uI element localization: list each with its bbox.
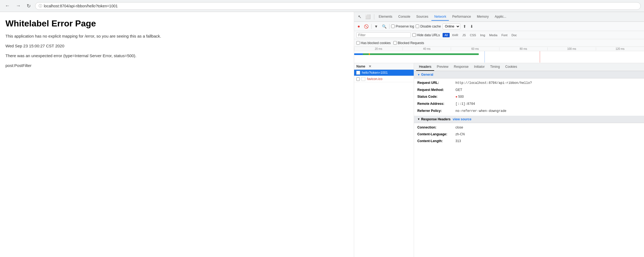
detail-tab-initiator[interactable]: Initiator xyxy=(471,63,487,71)
filter-all[interactable]: All xyxy=(443,33,450,37)
item-checkbox-favicon[interactable] xyxy=(356,77,360,81)
response-headers-arrow-icon: ▼ xyxy=(417,118,420,121)
filter-doc[interactable]: Doc xyxy=(510,33,519,37)
devtools-toolbar: ● 🚫 ▼ 🔍 Preserve log Disable cache Onlin… xyxy=(354,22,644,31)
devtools-body: Name ✕ hello?token=1001 favicon.ico xyxy=(354,63,644,257)
forward-button[interactable]: → xyxy=(14,2,22,9)
blocked-requests-checkbox[interactable] xyxy=(393,41,397,45)
network-list-header-label: Name xyxy=(356,65,365,68)
detail-tab-preview[interactable]: Preview xyxy=(434,63,451,71)
item-icon-hello xyxy=(356,71,360,75)
detail-tab-cookies[interactable]: Cookies xyxy=(502,63,520,71)
filter-button[interactable]: ▼ xyxy=(373,24,379,29)
timeline-vline-blue xyxy=(484,51,485,63)
timeline-bar-orange xyxy=(369,53,370,55)
general-arrow-icon: ▼ xyxy=(417,73,420,76)
upload-icon[interactable]: ⬆ xyxy=(462,24,467,29)
disable-cache-checkbox[interactable] xyxy=(416,25,419,28)
filter-css[interactable]: CSS xyxy=(468,33,478,37)
network-list: Name ✕ hello?token=1001 favicon.ico xyxy=(354,63,414,257)
content-length-key: Content-Length: xyxy=(417,139,455,144)
detail-tab-timing[interactable]: Timing xyxy=(487,63,503,71)
device-icon[interactable]: ⬜ xyxy=(364,13,372,20)
tab-application[interactable]: Applic... xyxy=(492,13,509,21)
content-language-row: Content-Language: zh-CN xyxy=(417,131,641,138)
content-language-key: Content-Language: xyxy=(417,132,455,137)
close-panel-button[interactable]: ✕ xyxy=(369,64,372,68)
preserve-log-checkbox[interactable] xyxy=(391,25,395,28)
disable-cache-label[interactable]: Disable cache xyxy=(416,25,441,28)
blocked-requests-text: Blocked Requests xyxy=(398,41,424,45)
back-button[interactable]: ← xyxy=(3,2,11,9)
network-item-favicon[interactable]: favicon.ico xyxy=(354,76,414,82)
main-area: Whitelabel Error Page This application h… xyxy=(0,12,644,257)
timeline-ruler: 20 ms 40 ms 60 ms 80 ms 100 ms 120 ms xyxy=(354,47,644,51)
status-code-val: ●500 xyxy=(455,94,464,99)
search-button[interactable]: 🔍 xyxy=(381,24,388,29)
timeline-bar-green xyxy=(363,53,479,55)
referrer-policy-key: Referrer Policy: xyxy=(417,108,455,114)
body-line4: post:PostFilter xyxy=(5,62,348,69)
download-icon[interactable]: ⬇ xyxy=(469,24,474,29)
devtools-filter-row2: Has blocked cookies Blocked Requests xyxy=(354,39,644,47)
hide-data-urls-text: Hide data URLs xyxy=(417,33,440,37)
hide-data-urls-checkbox[interactable] xyxy=(412,33,416,37)
detail-tab-headers[interactable]: Headers xyxy=(416,63,434,71)
filter-input[interactable] xyxy=(356,32,411,38)
blocked-requests-label[interactable]: Blocked Requests xyxy=(393,41,424,45)
filter-js[interactable]: JS xyxy=(460,33,468,37)
detail-tabs: Headers Preview Response Initiator Timin… xyxy=(414,63,644,71)
item-name-hello: hello?token=1001 xyxy=(362,71,388,75)
general-section-body: Request URL: http://localhost:8704/api-r… xyxy=(414,78,644,116)
filter-font[interactable]: Font xyxy=(499,33,509,37)
content-language-val: zh-CN xyxy=(455,132,465,137)
stop-button[interactable]: 🚫 xyxy=(363,24,370,29)
response-headers-section-header[interactable]: ▼ Response Headers view source xyxy=(414,116,644,123)
detail-tab-response[interactable]: Response xyxy=(451,63,471,71)
network-throttle-select[interactable]: Online xyxy=(443,23,460,29)
ruler-80ms: 80 ms xyxy=(499,47,547,50)
reload-button[interactable]: ↻ xyxy=(25,2,32,10)
record-button[interactable]: ● xyxy=(356,23,361,29)
item-name-favicon: favicon.ico xyxy=(367,77,382,81)
filter-type-buttons: All XHR JS CSS Img Media Font Doc xyxy=(443,33,519,37)
network-list-header: Name ✕ xyxy=(354,63,414,70)
body-line3: There was an unexpected error (type=Inte… xyxy=(5,53,348,59)
status-dot-icon: ● xyxy=(455,95,457,99)
filter-img[interactable]: Img xyxy=(478,33,487,37)
page-content: Whitelabel Error Page This application h… xyxy=(0,12,354,257)
body-line1: This application has no explicit mapping… xyxy=(5,33,348,39)
preserve-log-text: Preserve log xyxy=(396,25,414,28)
filter-media[interactable]: Media xyxy=(487,33,499,37)
tab-elements[interactable]: Elements xyxy=(376,13,395,21)
preserve-log-label[interactable]: Preserve log xyxy=(391,25,414,28)
detail-panel: Headers Preview Response Initiator Timin… xyxy=(414,63,644,257)
devtools-tabs: ↖ ⬜ Elements Console Sources Network Per… xyxy=(354,12,644,22)
cursor-icon[interactable]: ↖ xyxy=(356,13,363,20)
body-line2: Wed Sep 23 15:00:27 CST 2020 xyxy=(5,43,348,49)
general-section-title: General xyxy=(421,73,433,77)
ruler-20ms: 20 ms xyxy=(354,47,402,50)
address-text: localhost:8704/api-ribbon/hello?token=10… xyxy=(44,4,118,8)
general-section-header[interactable]: ▼ General xyxy=(414,71,644,78)
address-bar[interactable]: ⓘ localhost:8704/api-ribbon/hello?token=… xyxy=(35,2,641,10)
filter-xhr[interactable]: XHR xyxy=(450,33,460,37)
remote-address-val: [::1]:8704 xyxy=(455,102,475,107)
request-method-val: GET xyxy=(455,87,462,93)
has-blocked-cookies-label[interactable]: Has blocked cookies xyxy=(356,41,391,45)
content-length-val: 313 xyxy=(455,139,461,144)
timeline-bars xyxy=(354,51,644,63)
has-blocked-cookies-checkbox[interactable] xyxy=(356,41,360,45)
tab-console[interactable]: Console xyxy=(395,13,413,21)
tab-performance[interactable]: Performance xyxy=(449,13,474,21)
hide-data-urls-label[interactable]: Hide data URLs xyxy=(412,33,440,37)
request-url-val: http://localhost:8704/api-ribbon/hello? xyxy=(455,81,532,86)
tab-network[interactable]: Network xyxy=(431,13,449,21)
network-item-hello[interactable]: hello?token=1001 xyxy=(354,70,414,76)
view-source-link[interactable]: view source xyxy=(453,117,471,121)
connection-val: close xyxy=(455,125,463,130)
tab-sources[interactable]: Sources xyxy=(413,13,431,21)
connection-key: Connection: xyxy=(417,125,455,130)
tab-memory[interactable]: Memory xyxy=(474,13,491,21)
devtools-panel: ↖ ⬜ Elements Console Sources Network Per… xyxy=(354,12,644,257)
